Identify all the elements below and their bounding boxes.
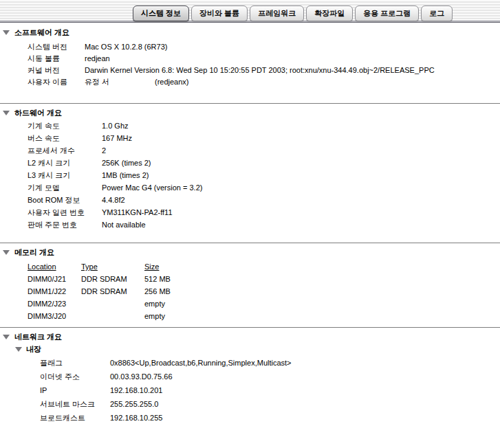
section-header-software: 소프트웨어 개요 [0,27,500,37]
section-title: 하드웨어 개요 [14,108,62,118]
section-divider [0,103,500,104]
row-value: 192.168.10.255 [110,411,162,425]
row-value: 0x8863<Up,Broadcast,b6,Running,Simplex,M… [110,356,292,370]
row-value: Darwin Kernel Version 6.8: Wed Sep 10 15… [85,65,435,76]
tab-bar: 시스템 정보 장비와 볼륨 프레임워크 확장파일 응용 프로그램 로그 [0,0,500,21]
row-value: 2 [102,144,106,157]
row-value: 유정 서 [85,76,155,88]
section-divider [0,327,500,328]
info-row-system-version: 시스템 버전 Mac OS X 10.2.8 (6R73) [28,41,500,53]
row-label: L3 캐시 크기 [28,169,102,181]
info-row-serial-number: 사용자 일련 번호 YM311KGN-PA2-ff11 [28,206,500,219]
software-rows: 시스템 버전 Mac OS X 10.2.8 (6R73) 시동 볼륨 redj… [0,41,500,88]
row-label: IP [40,383,110,397]
disclosure-triangle-icon[interactable] [3,30,10,35]
row-label: 판매 주문 번호 [28,219,102,231]
section-header-network: 네트워크 개요 [0,332,500,341]
row-value: Power Mac G4 (version = 3.2) [102,181,202,194]
cell-location: DIMM0/J21 [28,273,81,285]
cell-type: DDR SDRAM [81,285,144,298]
info-row-boot-rom: Boot ROM 정보 4.4.8f2 [28,194,500,206]
section-title: 메모리 개요 [14,247,54,258]
section-divider [0,243,500,243]
info-row-boot-volume: 시동 볼륨 redjean [28,53,500,65]
cell-size: 256 MB [144,285,171,298]
cell-size: 512 MB [144,273,171,285]
row-label: 기계 모델 [28,181,102,194]
disclosure-triangle-icon[interactable] [15,347,22,352]
info-row-flags: 플래그 0x8863<Up,Broadcast,b6,Running,Simpl… [40,356,500,370]
row-value: Not available [102,219,146,231]
info-row-machine-model: 기계 모델 Power Mac G4 (version = 3.2) [28,181,500,194]
table-row: DIMM2/J23 empty [28,298,500,310]
tab-extensions[interactable]: 확장파일 [306,5,353,21]
row-label: 사용자 이름 [28,76,85,88]
section-network: 네트워크 개요 내장 플래그 0x8863<Up,Broadcast,b6,Ru… [0,332,500,425]
row-label: 시스템 버전 [28,41,85,53]
row-label: 프로세서 개수 [28,144,102,157]
info-row-cpu-count: 프로세서 개수 2 [28,144,500,157]
row-value: 256K (times 2) [102,157,151,169]
row-value: Mac OS X 10.2.8 (6R73) [85,41,167,53]
info-row-l2-cache: L2 캐시 크기 256K (times 2) [28,157,500,169]
cell-location: DIMM1/J22 [28,285,81,298]
row-value: 1MB (times 2) [102,169,149,181]
tab-frameworks[interactable]: 프레임워크 [250,5,304,21]
info-row-subnet-mask: 서브네트 마스크 255.255.255.0 [40,397,500,411]
memory-table: Location Type Size DIMM0/J21 DDR SDRAM 5… [0,260,500,322]
row-value: 4.4.8f2 [102,194,125,206]
hardware-rows: 기계 속도 1.0 Ghz 버스 속도 167 MHz 프로세서 개수 2 L2… [0,120,500,231]
section-title: 네트워크 개요 [14,332,62,342]
row-value: 167 MHz [102,132,132,144]
column-header-type: Type [81,260,144,273]
row-label: Boot ROM 정보 [28,194,102,206]
disclosure-triangle-icon[interactable] [3,335,10,339]
row-label: 커널 버전 [28,65,85,76]
table-row: DIMM0/J21 DDR SDRAM 512 MB [28,273,500,285]
row-value: 1.0 Ghz [102,120,129,132]
system-profiler-window: 시스템 정보 장비와 볼륨 프레임워크 확장파일 응용 프로그램 로그 소프트웨… [0,0,500,448]
memory-table-header: Location Type Size [28,260,500,273]
row-label: 브로드캐스트 [40,411,110,425]
row-label: 이더넷 주소 [40,370,110,383]
cell-type [81,298,144,310]
tab-devices-volumes[interactable]: 장비와 볼륨 [191,5,248,21]
row-label: 기계 속도 [28,120,102,132]
cell-location: DIMM3/J20 [28,310,81,322]
disclosure-triangle-icon[interactable] [3,250,10,255]
section-hardware: 하드웨어 개요 기계 속도 1.0 Ghz 버스 속도 167 MHz 프로세서… [0,108,500,231]
cell-location: DIMM2/J23 [28,298,81,310]
row-value: redjean [85,53,110,65]
tab-logs[interactable]: 로그 [421,5,453,21]
info-row-bus-speed: 버스 속도 167 MHz [28,132,500,144]
cell-size: empty [144,298,165,310]
column-header-size: Size [144,260,159,273]
row-label: L2 캐시 크기 [28,157,102,169]
info-row-user-name: 사용자 이름 유정 서 (redjeanx) [28,76,500,88]
section-memory: 메모리 개요 Location Type Size DIMM0/J21 DDR … [0,247,500,322]
report-content: 소프트웨어 개요 시스템 버전 Mac OS X 10.2.8 (6R73) 시… [0,27,500,425]
tab-strip: 시스템 정보 장비와 볼륨 프레임워크 확장파일 응용 프로그램 로그 [133,5,453,21]
table-row: DIMM1/J22 DDR SDRAM 256 MB [28,285,500,298]
table-row: DIMM3/J20 empty [28,310,500,322]
subsection-title: 내장 [26,344,41,355]
row-value-secondary: (redjeanx) [155,76,189,88]
section-header-memory: 메모리 개요 [0,247,500,257]
cell-type: DDR SDRAM [81,273,144,285]
tab-system-info[interactable]: 시스템 정보 [133,5,189,21]
row-label: 버스 속도 [28,132,102,144]
tab-applications[interactable]: 응용 프로그램 [355,5,419,21]
section-title: 소프트웨어 개요 [14,27,69,38]
info-row-l3-cache: L3 캐시 크기 1MB (times 2) [28,169,500,181]
row-label: 시동 볼륨 [28,53,85,65]
section-header-hardware: 하드웨어 개요 [0,108,500,117]
info-row-broadcast: 브로드캐스트 192.168.10.255 [40,411,500,425]
info-row-ethernet-address: 이더넷 주소 00.03.93.D0.75.66 [40,370,500,383]
cell-type [81,310,144,322]
row-value: YM311KGN-PA2-ff11 [102,206,173,219]
row-value: 00.03.93.D0.75.66 [110,370,173,383]
disclosure-triangle-icon[interactable] [3,111,10,115]
row-label: 사용자 일련 번호 [28,206,102,219]
row-label: 플래그 [40,356,110,370]
subsection-header-builtin: 내장 [0,344,500,354]
